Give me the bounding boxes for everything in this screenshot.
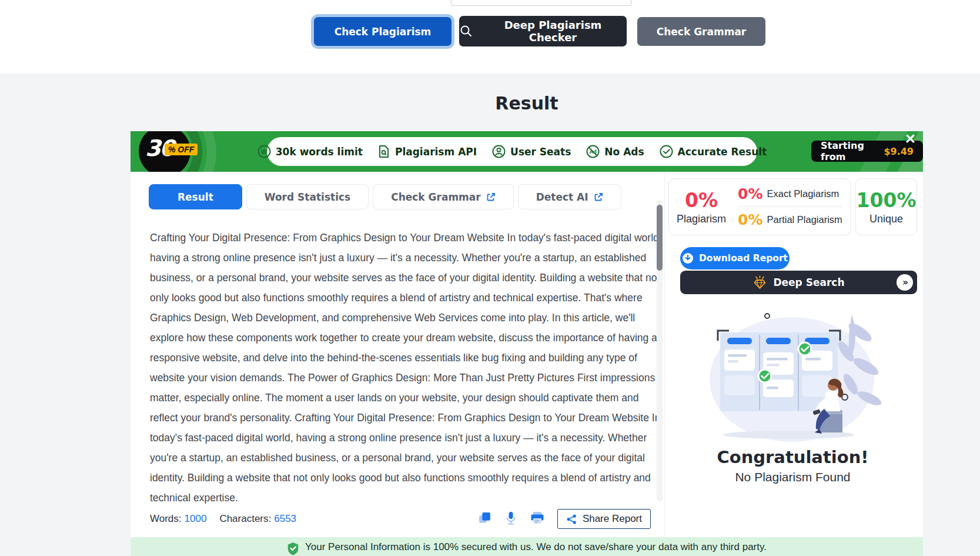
page-title: Result <box>131 93 923 114</box>
tab-word-statistics[interactable]: Word Statistics <box>246 184 369 209</box>
deep-plagiarism-checker-label: Deep Plagiarism Checker <box>479 19 627 44</box>
discount-suffix: % OFF <box>165 144 198 155</box>
tab-label: Check Grammar <box>391 191 481 203</box>
no-plagiarism-illustration <box>704 304 892 445</box>
result-tabs: Result Word Statistics Check Grammar Det… <box>149 184 621 209</box>
exact-plagiarism-label: Exact Plagiarism <box>767 188 839 199</box>
user-seats-icon <box>492 145 506 158</box>
discount-badge: 30 % OFF <box>139 131 190 172</box>
copy-icon <box>478 511 491 527</box>
close-icon[interactable]: ✕ <box>905 132 916 146</box>
characters-count: Characters:6553 <box>219 513 296 525</box>
column-divider <box>664 172 665 556</box>
svg-text:W: W <box>261 148 267 155</box>
feature-user-seats: User Seats <box>492 145 571 158</box>
share-report-button[interactable]: Share Report <box>557 509 651 529</box>
privacy-notice-bar: Your Personal Information is 100% secure… <box>131 537 923 556</box>
tab-label: Detect AI <box>536 191 588 203</box>
download-icon <box>682 252 694 264</box>
unique-label: Unique <box>869 213 903 225</box>
tab-label: Word Statistics <box>265 191 350 203</box>
words-label: Words: <box>150 513 182 524</box>
exact-plagiarism-row: 0% Exact Plagiarism <box>738 185 842 202</box>
deep-search-button[interactable]: Deep Search » <box>680 271 917 294</box>
banner-feature-pill: W 30k words limit Plagiarism API User Se… <box>267 137 757 166</box>
plagiarism-stats: 0% Plagiarism 0% Exact Plagiarism 0% Par… <box>668 178 917 235</box>
feature-label: No Ads <box>604 146 644 158</box>
feature-no-ads: Ad No Ads <box>586 145 644 158</box>
result-card: Result Word Statistics Check Grammar Det… <box>131 172 923 556</box>
words-count: Words:1000 <box>150 513 206 525</box>
tab-result[interactable]: Result <box>149 184 242 209</box>
feature-label: Accurate Result <box>678 146 767 158</box>
unique-percent: 100% <box>857 189 917 212</box>
no-ads-icon: Ad <box>586 145 600 158</box>
exact-plagiarism-percent: 0% <box>738 185 762 202</box>
document-search-icon <box>378 145 390 158</box>
feature-label: User Seats <box>510 146 571 158</box>
microphone-icon <box>504 511 517 527</box>
partial-plagiarism-percent: 0% <box>738 211 762 228</box>
download-report-label: Download Report <box>699 253 788 264</box>
check-plagiarism-button[interactable]: Check Plagiarism <box>314 17 451 46</box>
feature-words-limit: W 30k words limit <box>257 145 363 158</box>
unique-stats-card: 100% Unique <box>855 178 917 235</box>
share-icon <box>566 514 577 525</box>
plagiarism-breakdown: 0% Exact Plagiarism 0% Partial Plagiaris… <box>738 185 842 228</box>
share-report-label: Share Report <box>583 513 642 525</box>
words-value: 1000 <box>185 513 207 524</box>
w-circle-icon: W <box>257 145 271 158</box>
deep-plagiarism-checker-button[interactable]: Deep Plagiarism Checker <box>459 16 627 46</box>
gem-icon <box>752 275 767 289</box>
congratulation-heading: Congratulation! <box>668 447 917 467</box>
check-circle-icon <box>660 145 673 158</box>
breakdown-divider <box>738 207 842 207</box>
check-plagiarism-label: Check Plagiarism <box>335 26 432 38</box>
word-character-counts: Words:1000 Characters:6553 <box>150 513 296 525</box>
tab-detect-ai[interactable]: Detect AI <box>518 184 621 209</box>
search-icon <box>459 24 473 38</box>
feature-label: Plagiarism API <box>395 146 477 158</box>
price-value: $9.49 <box>884 146 914 157</box>
copy-button[interactable] <box>478 511 491 527</box>
tab-label: Result <box>178 191 213 203</box>
characters-label: Characters: <box>219 513 271 524</box>
feature-plagiarism-api: Plagiarism API <box>378 145 477 158</box>
document-actions: Share Report <box>478 509 651 529</box>
dictate-button[interactable] <box>504 511 517 527</box>
plagiarism-total: 0% Plagiarism <box>677 189 726 225</box>
external-link-icon <box>594 192 603 202</box>
document-stats-row: Words:1000 Characters:6553 <box>150 508 651 530</box>
feature-label: 30k words limit <box>276 146 363 158</box>
tab-check-grammar[interactable]: Check Grammar <box>373 184 514 209</box>
text-scrollbar-track[interactable] <box>657 200 663 501</box>
plagiarism-checker-app: Check Plagiarism Deep Plagiarism Checker… <box>0 0 980 556</box>
chevron-double-right-icon[interactable]: » <box>897 274 913 291</box>
deep-search-label: Deep Search <box>773 277 844 288</box>
checked-document-text[interactable]: Crafting Your Digital Presence: From Gra… <box>150 228 663 504</box>
text-input-bottom-edge[interactable] <box>451 0 631 6</box>
check-grammar-button[interactable]: Check Grammar <box>637 17 765 46</box>
plagiarism-stats-card: 0% Plagiarism 0% Exact Plagiarism 0% Par… <box>668 178 851 235</box>
printer-icon <box>530 511 544 527</box>
external-link-icon <box>486 192 496 202</box>
download-report-button[interactable]: Download Report <box>680 247 790 269</box>
partial-plagiarism-row: 0% Partial Plagiarism <box>738 211 842 228</box>
plagiarism-percent: 0% <box>677 189 726 212</box>
shield-check-icon <box>287 541 299 556</box>
plagiarism-label: Plagiarism <box>677 213 726 225</box>
check-grammar-label: Check Grammar <box>657 26 747 38</box>
promo-banner: 30 % OFF W 30k words limit Plagiarism AP… <box>131 131 923 172</box>
print-button[interactable] <box>530 511 544 527</box>
text-scrollbar-thumb[interactable] <box>657 205 663 271</box>
feature-accurate-result: Accurate Result <box>660 145 767 158</box>
price-prefix: Starting from <box>821 140 879 162</box>
no-plagiarism-text: No Plagiarism Found <box>668 470 917 484</box>
partial-plagiarism-label: Partial Plagiarism <box>767 214 842 225</box>
characters-value: 6553 <box>274 513 296 524</box>
privacy-notice-text: Your Personal Information is 100% secure… <box>305 541 767 553</box>
